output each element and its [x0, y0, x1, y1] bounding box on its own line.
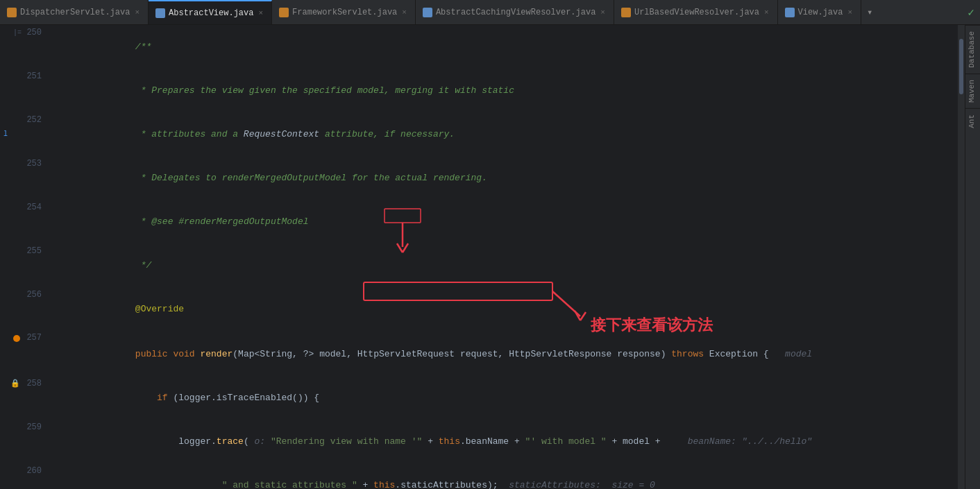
maven-panel-button[interactable]: Maven [965, 74, 980, 108]
tab-framework[interactable]: FrameworkServlet.java × [272, 0, 416, 25]
code-line-253: 253 * Delegates to renderMergedOutputMod… [11, 156, 958, 200]
line-content-255: */ [46, 243, 958, 287]
linenum-258: 258 [22, 377, 42, 391]
linenum-252: 252 [22, 113, 42, 128]
linenum-250: 250 [22, 26, 42, 40]
tab-caching-close[interactable]: × [599, 8, 607, 17]
gutter-255: 255 [11, 244, 46, 259]
tab-dispatcher-label: DispatcherServlet.java [20, 8, 130, 17]
ant-panel-button[interactable]: Ant [965, 108, 980, 134]
line-content-253: * Delegates to renderMergedOutputModel f… [46, 156, 958, 200]
gutter-251: 251 [11, 69, 46, 84]
tab-framework-close[interactable]: × [400, 8, 408, 17]
line-content-258: if (logger.isTraceEnabled()) { [46, 376, 958, 420]
left-gutter-line-256 [0, 112, 11, 127]
dispatcher-icon [7, 8, 17, 17]
code-line-255: 255 */ [11, 243, 958, 287]
tab-dispatcher-close[interactable]: × [133, 8, 141, 17]
urlbased-icon [621, 8, 631, 17]
line-content-250: /** [46, 25, 958, 69]
linenum-251: 251 [22, 69, 42, 84]
debug-dot-257 [13, 335, 20, 342]
linenum-259: 259 [22, 420, 42, 435]
left-gutter-line-254 [0, 83, 11, 98]
line-content-257: public void render(Map<String, ?> model,… [46, 332, 958, 376]
fold-icon-250[interactable]: |= [13, 26, 20, 40]
scrollbar-thumb[interactable] [959, 39, 963, 94]
gutter-250: |= 250 [11, 26, 46, 40]
abstract-icon [155, 8, 165, 18]
tab-abstract[interactable]: AbstractView.java × [149, 0, 272, 25]
code-lines: |= 250 /** 251 * Prepares the view given… [11, 25, 958, 489]
tab-dispatcher[interactable]: DispatcherServlet.java × [0, 0, 149, 25]
left-gutter-line-251 [0, 40, 11, 54]
right-panels: Database Maven Ant [965, 25, 980, 489]
linenum-260: 260 [22, 464, 42, 479]
framework-icon [279, 8, 289, 17]
gutter-260: 260 [11, 464, 46, 479]
line-content-259: logger.trace( o: "Rendering view with na… [46, 420, 958, 463]
scrollbar[interactable] [958, 25, 965, 489]
left-gutter-line-252 [0, 54, 11, 69]
gutter-252: 252 [11, 113, 46, 128]
code-line-250: |= 250 /** [11, 25, 958, 69]
line-content-256: @Override [46, 287, 958, 331]
left-gutter: l [0, 25, 11, 489]
gutter-256: 256 [11, 288, 46, 302]
line-content-251: * Prepares the view given the specified … [46, 69, 958, 112]
ide-window: DispatcherServlet.java × AbstractView.ja… [0, 0, 980, 489]
code-line-251: 251 * Prepares the view given the specif… [11, 69, 958, 112]
view-icon [785, 8, 795, 17]
line-content-260: " and static attributes " + this.staticA… [46, 463, 958, 490]
tab-caching[interactable]: AbstractCachingViewResolver.java × [416, 0, 614, 25]
line-content-252: * attributes and a RequestContext attrib… [46, 112, 958, 156]
gutter-253: 253 [11, 157, 46, 171]
code-line-256: 256 @Override [11, 287, 958, 331]
code-line-257: 257 public void render(Map<String, ?> mo… [11, 331, 958, 376]
linenum-255: 255 [22, 244, 42, 259]
tab-abstract-label: AbstractView.java [169, 8, 253, 18]
tab-view-close[interactable]: × [846, 8, 854, 17]
tab-more-button[interactable]: ▾ [861, 0, 878, 25]
code-line-259: 259 logger.trace( o: "Rendering view wit… [11, 420, 958, 463]
main-area: l |= 250 /** 251 [0, 25, 980, 489]
tab-urlbased[interactable]: UrlBasedViewResolver.java × [614, 0, 778, 25]
lock-icon-258[interactable]: 🔒 [11, 377, 20, 391]
caching-icon [423, 8, 432, 17]
tab-framework-label: FrameworkServlet.java [292, 8, 397, 17]
linenum-257: 257 [22, 331, 42, 345]
tab-view-label: View.java [798, 8, 843, 17]
code-line-254: 254 * @see #renderMergedOutputModel [11, 200, 958, 243]
tab-urlbased-label: UrlBasedViewResolver.java [634, 8, 759, 17]
tab-bar: DispatcherServlet.java × AbstractView.ja… [0, 0, 980, 25]
linenum-253: 253 [22, 157, 42, 171]
linenum-256: 256 [22, 288, 42, 302]
tab-abstract-close[interactable]: × [257, 8, 264, 18]
linenum-254: 254 [22, 200, 42, 215]
line-content-254: * @see #renderMergedOutputModel [46, 200, 958, 243]
gutter-257: 257 [11, 331, 46, 345]
checkmark-icon: ✓ [962, 6, 980, 19]
left-gutter-line-255 [0, 98, 11, 112]
code-line-258: 🔒 258 if (logger.isTraceEnabled()) { [11, 376, 958, 420]
code-editor[interactable]: |= 250 /** 251 * Prepares the view given… [11, 25, 958, 489]
gutter-254: 254 [11, 200, 46, 215]
gutter-258: 🔒 258 [11, 377, 46, 391]
left-gutter-line-253 [0, 69, 11, 83]
left-gutter-line-257: l [0, 127, 11, 141]
left-gutter-line-250 [0, 25, 11, 40]
tab-view[interactable]: View.java × [778, 0, 861, 25]
gutter-259: 259 [11, 420, 46, 435]
tab-caching-label: AbstractCachingViewResolver.java [436, 8, 595, 17]
tab-urlbased-close[interactable]: × [763, 8, 770, 17]
code-line-260: 260 " and static attributes " + this.sta… [11, 463, 958, 490]
database-panel-button[interactable]: Database [965, 25, 980, 74]
code-line-252: 252 * attributes and a RequestContext at… [11, 112, 958, 156]
debug-indicator-257: l [3, 130, 8, 138]
